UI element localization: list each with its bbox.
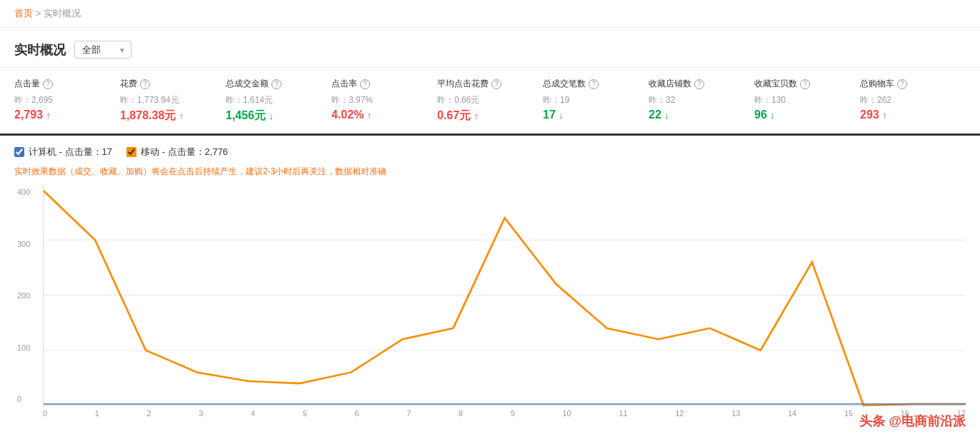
- x-label-9: 9: [511, 409, 515, 418]
- x-label-7: 7: [406, 409, 411, 418]
- metric-today-ctr: 4.02%: [331, 109, 426, 121]
- filter-select-wrap: 全部 PC 移动: [74, 41, 131, 59]
- chart-legend: 计算机 - 点击量：17 移动 - 点击量：2,776: [14, 146, 966, 158]
- metric-label-ctr: 点击率 ?: [331, 78, 426, 90]
- x-label-17: 17: [957, 409, 966, 418]
- legend-mobile-checkbox[interactable]: [126, 147, 136, 157]
- chart-container: [43, 185, 966, 406]
- filter-select[interactable]: 全部 PC 移动: [74, 41, 131, 59]
- page-title: 实时概况: [14, 41, 66, 59]
- x-label-13: 13: [731, 409, 740, 418]
- metric-today-spend: 1,878.38元: [120, 109, 214, 123]
- metric-today-avg-cpc: 0.67元: [437, 109, 531, 123]
- breadcrumb-sep: >: [36, 8, 41, 19]
- y-label-100: 100: [17, 343, 30, 352]
- metric-yesterday-cart: 昨：262: [860, 94, 954, 106]
- help-icon-avg-cpc[interactable]: ?: [491, 79, 501, 89]
- metric-item-favorites: 收藏宝贝数 ? 昨：130 96: [754, 78, 860, 123]
- chart-notice: 实时效果数据（成交、收藏、加购）将会在点击后持续产生，建议2-3小时后再关注，数…: [14, 166, 966, 178]
- x-label-12: 12: [675, 409, 684, 418]
- help-icon-store-favorites[interactable]: ?: [694, 79, 704, 89]
- metric-yesterday-store-favorites: 昨：32: [649, 94, 743, 106]
- legend-computer[interactable]: 计算机 - 点击量：17: [14, 146, 112, 158]
- x-label-10: 10: [563, 409, 571, 418]
- metric-today-store-favorites: 22: [649, 109, 743, 121]
- metric-yesterday-spend: 昨：1,773.94元: [120, 94, 214, 106]
- metric-label-clicks: 点击量 ?: [14, 78, 109, 90]
- breadcrumb-home[interactable]: 首页: [14, 8, 33, 19]
- page-header: 实时概况 全部 PC 移动: [0, 28, 980, 67]
- y-label-200: 200: [17, 291, 30, 300]
- help-icon-total-orders[interactable]: ?: [589, 79, 599, 89]
- metric-clicks: 点击量 ? 昨：2,695 2,793: [14, 78, 120, 123]
- metric-avg-cpc: 平均点击花费 ? 昨：0.66元 0.67元: [437, 78, 543, 123]
- metric-label-item-favorites: 收藏宝贝数 ?: [754, 78, 849, 90]
- x-label-0: 0: [43, 409, 47, 418]
- metric-label-spend: 花费 ?: [120, 78, 214, 90]
- breadcrumb: 首页 > 实时概况: [0, 0, 980, 28]
- x-label-4: 4: [251, 409, 255, 418]
- metric-total-orders: 总成交笔数 ? 昨：19 17: [543, 78, 649, 123]
- y-label-400: 400: [17, 188, 30, 196]
- metric-ctr: 点击率 ? 昨：3.97% 4.02%: [331, 78, 437, 123]
- metric-label-total-amount: 总成交金额 ?: [226, 78, 320, 90]
- x-label-11: 11: [619, 409, 627, 418]
- metrics-bar: 点击量 ? 昨：2,695 2,793 花费 ? 昨：1,773.94元 1,8…: [0, 67, 980, 136]
- x-label-8: 8: [459, 409, 463, 418]
- metric-label-avg-cpc: 平均点击花费 ?: [437, 78, 531, 90]
- x-axis-labels: 0 1 2 3 4 5 6 7 8 9 10 11 12 13 14 15 16…: [43, 406, 966, 418]
- legend-mobile[interactable]: 移动 - 点击量：2,776: [126, 146, 228, 158]
- y-label-0: 0: [17, 395, 30, 403]
- y-label-300: 300: [17, 240, 30, 248]
- metric-yesterday-total-amount: 昨：1,614元: [226, 94, 320, 106]
- x-label-5: 5: [303, 409, 307, 418]
- help-icon-spend[interactable]: ?: [140, 79, 150, 89]
- help-icon-ctr[interactable]: ?: [360, 79, 370, 89]
- metric-today-clicks: 2,793: [14, 109, 109, 121]
- metric-today-cart: 293: [860, 109, 954, 121]
- x-label-6: 6: [355, 409, 359, 418]
- breadcrumb-current: 实时概况: [44, 8, 81, 19]
- help-icon-total-amount[interactable]: ?: [271, 79, 281, 89]
- metric-store-favorites: 收藏店铺数 ? 昨：32 22: [649, 78, 754, 123]
- metric-yesterday-total-orders: 昨：19: [543, 94, 637, 106]
- metric-yesterday-ctr: 昨：3.97%: [331, 94, 426, 106]
- legend-computer-label: 计算机 - 点击量：17: [29, 146, 112, 158]
- metric-today-total-orders: 17: [543, 109, 637, 121]
- metric-total-amount: 总成交金额 ? 昨：1,614元 1,456元: [226, 78, 331, 123]
- x-label-1: 1: [95, 409, 99, 418]
- help-icon-cart[interactable]: ?: [897, 79, 907, 89]
- x-label-16: 16: [901, 409, 909, 418]
- chart-section: 计算机 - 点击量：17 移动 - 点击量：2,776 实时效果数据（成交、收藏…: [0, 136, 980, 428]
- help-icon-clicks[interactable]: ?: [43, 79, 53, 89]
- metric-yesterday-item-favorites: 昨：130: [754, 94, 849, 106]
- metric-yesterday-clicks: 昨：2,695: [14, 94, 109, 106]
- x-label-3: 3: [199, 409, 203, 418]
- chart-wrapper: 0 100 200 300 400 0 1 2 3 4 5 6 7 8 9 10…: [43, 185, 966, 418]
- metric-label-cart: 总购物车 ?: [860, 78, 954, 90]
- metric-spend: 花费 ? 昨：1,773.94元 1,878.38元: [120, 78, 226, 123]
- x-label-14: 14: [788, 409, 796, 418]
- help-icon-item-favorites[interactable]: ?: [800, 79, 810, 89]
- metric-yesterday-avg-cpc: 昨：0.66元: [437, 94, 531, 106]
- metric-label-store-favorites: 收藏店铺数 ?: [649, 78, 743, 90]
- legend-computer-checkbox[interactable]: [14, 147, 24, 157]
- chart-svg: [44, 185, 966, 405]
- metric-label-total-orders: 总成交笔数 ?: [543, 78, 637, 90]
- metric-cart: 总购物车 ? 昨：262 293: [860, 78, 966, 123]
- metric-today-item-favorites: 96: [754, 109, 849, 121]
- x-label-15: 15: [844, 409, 853, 418]
- x-label-2: 2: [147, 409, 151, 418]
- metric-today-total-amount: 1,456元: [226, 109, 320, 123]
- legend-mobile-label: 移动 - 点击量：2,776: [141, 146, 228, 158]
